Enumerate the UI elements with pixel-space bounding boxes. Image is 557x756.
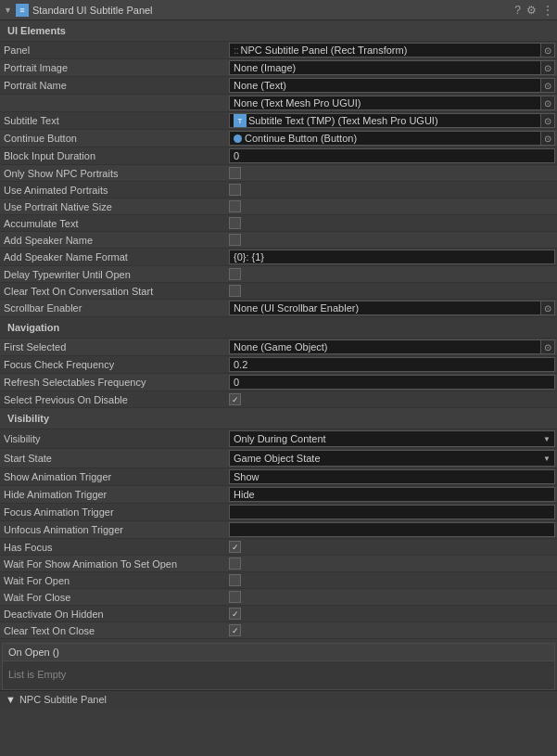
- help-icon[interactable]: ?: [514, 4, 521, 17]
- portrait-image-ref[interactable]: None (Image) ⊙: [229, 60, 555, 75]
- add-speaker-name-checkbox[interactable]: [229, 234, 241, 246]
- scrollbar-enabler-ref[interactable]: None (UI Scrollbar Enabler) ⊙: [229, 301, 555, 315]
- subtitle-text-select-btn[interactable]: ⊙: [540, 113, 555, 128]
- block-input-value[interactable]: 0: [229, 148, 555, 163]
- row-only-show-npc: Only Show NPC Portraits: [0, 165, 557, 182]
- value-delay-typewriter: [227, 267, 557, 281]
- row-portrait-name-tmp: None (Text Mesh Pro UGUI) ⊙: [0, 95, 557, 112]
- portrait-name-select-btn[interactable]: ⊙: [540, 78, 555, 93]
- label-focus-anim: Focus Animation Trigger: [0, 505, 227, 519]
- wait-open-checkbox[interactable]: [229, 574, 241, 586]
- scrollbar-enabler-select-btn[interactable]: ⊙: [540, 301, 555, 315]
- section-visibility-label: Visibility: [4, 411, 231, 426]
- label-only-show-npc: Only Show NPC Portraits: [0, 166, 227, 181]
- portrait-name-tmp-select-btn[interactable]: ⊙: [540, 96, 555, 110]
- collapse-arrow[interactable]: ▼: [4, 6, 12, 15]
- visibility-dropdown[interactable]: Only During Content ▼: [229, 430, 555, 447]
- overflow-icon[interactable]: ⋮: [542, 4, 553, 17]
- value-only-show-npc: [227, 166, 557, 180]
- portrait-native-checkbox[interactable]: [229, 200, 241, 212]
- value-hide-anim[interactable]: Hide: [227, 486, 557, 503]
- row-delay-typewriter: Delay Typewriter Until Open: [0, 266, 557, 283]
- panel-select-btn[interactable]: ⊙: [540, 43, 555, 58]
- hide-anim-value[interactable]: Hide: [229, 487, 555, 502]
- delay-typewriter-checkbox[interactable]: [229, 268, 241, 280]
- label-accumulate-text: Accumulate Text: [0, 216, 227, 231]
- portrait-name-value: None (Text): [229, 78, 540, 93]
- value-wait-open: [227, 573, 557, 587]
- label-unfocus-anim: Unfocus Animation Trigger: [0, 522, 227, 537]
- on-open-label: On Open (): [8, 647, 59, 658]
- row-add-speaker-name: Add Speaker Name: [0, 232, 557, 249]
- value-refresh-selectables[interactable]: 0: [227, 374, 557, 391]
- visibility-dropdown-value: Only During Content: [234, 433, 326, 444]
- speaker-format-value[interactable]: {0}: {1}: [229, 250, 555, 264]
- panel-header: ▼ ≡ Standard UI Subtitle Panel ? ⚙ ⋮: [0, 0, 557, 20]
- accumulate-text-checkbox[interactable]: [229, 217, 241, 229]
- refresh-selectables-value[interactable]: 0: [229, 375, 555, 390]
- value-clear-text-close: [227, 623, 557, 637]
- select-prev-checkbox[interactable]: [229, 393, 241, 405]
- row-focus-anim: Focus Animation Trigger: [0, 504, 557, 521]
- row-block-input: Block Input Duration 0: [0, 147, 557, 165]
- only-show-npc-checkbox[interactable]: [229, 167, 241, 179]
- start-state-dropdown-arrow: ▼: [543, 455, 551, 463]
- row-unfocus-anim: Unfocus Animation Trigger: [0, 521, 557, 539]
- panel-ref-text: NPC Subtitle Panel (Rect Transform): [241, 45, 408, 56]
- value-portrait-name-tmp: None (Text Mesh Pro UGUI) ⊙: [227, 95, 557, 111]
- label-wait-open: Wait For Open: [0, 573, 227, 588]
- has-focus-checkbox[interactable]: [229, 541, 241, 553]
- first-selected-select-btn[interactable]: ⊙: [540, 340, 555, 354]
- value-visibility[interactable]: Only During Content ▼: [227, 429, 557, 448]
- bottom-bar[interactable]: ▼ NPC Subtitle Panel: [0, 690, 557, 708]
- wait-close-checkbox[interactable]: [229, 591, 241, 603]
- portrait-name-ref[interactable]: None (Text) ⊙: [229, 78, 555, 93]
- value-speaker-format[interactable]: {0}: {1}: [227, 249, 557, 265]
- value-wait-close: [227, 590, 557, 604]
- subtitle-text-value: T Subtitle Text (TMP) (Text Mesh Pro UGU…: [229, 113, 540, 128]
- continue-button-ref[interactable]: Continue Button (Button) ⊙: [229, 131, 555, 146]
- label-wait-show-anim: Wait For Show Animation To Set Open: [0, 557, 227, 571]
- label-portrait-name: Portrait Name: [0, 78, 227, 93]
- use-animated-checkbox[interactable]: [229, 184, 241, 196]
- row-accumulate-text: Accumulate Text: [0, 215, 557, 232]
- on-open-section: On Open () List is Empty: [2, 643, 555, 690]
- label-speaker-format: Add Speaker Name Format: [0, 250, 227, 264]
- first-selected-ref[interactable]: None (Game Object) ⊙: [229, 340, 555, 354]
- wait-show-anim-checkbox[interactable]: [229, 557, 241, 570]
- circle-dot-icon: [234, 135, 242, 143]
- label-has-focus: Has Focus: [0, 540, 227, 555]
- value-show-anim[interactable]: Show: [227, 468, 557, 485]
- row-start-state: Start State Game Object State ▼: [0, 449, 557, 468]
- visibility-dropdown-arrow: ▼: [543, 435, 551, 443]
- settings-icon[interactable]: ⚙: [526, 4, 537, 17]
- label-use-animated: Use Animated Portraits: [0, 183, 227, 198]
- value-start-state[interactable]: Game Object State ▼: [227, 449, 557, 468]
- bottom-bar-label: NPC Subtitle Panel: [19, 694, 107, 705]
- start-state-dropdown[interactable]: Game Object State ▼: [229, 450, 555, 467]
- panel-ref[interactable]: :: NPC Subtitle Panel (Rect Transform) ⊙: [229, 43, 555, 58]
- portrait-name-tmp-ref[interactable]: None (Text Mesh Pro UGUI) ⊙: [229, 96, 555, 110]
- value-focus-anim[interactable]: [227, 504, 557, 520]
- value-panel: :: NPC Subtitle Panel (Rect Transform) ⊙: [227, 42, 557, 58]
- show-anim-value[interactable]: Show: [229, 469, 555, 484]
- continue-button-select-btn[interactable]: ⊙: [540, 131, 555, 146]
- deactivate-hidden-checkbox[interactable]: [229, 608, 241, 620]
- portrait-name-tmp-value: None (Text Mesh Pro UGUI): [229, 96, 540, 110]
- focus-check-freq-value[interactable]: 0.2: [229, 357, 555, 372]
- portrait-image-select-btn[interactable]: ⊙: [540, 60, 555, 75]
- clear-text-close-checkbox[interactable]: [229, 624, 241, 636]
- value-unfocus-anim[interactable]: [227, 521, 557, 538]
- subtitle-text-ref[interactable]: T Subtitle Text (TMP) (Text Mesh Pro UGU…: [229, 113, 555, 128]
- row-hide-anim: Hide Animation Trigger Hide: [0, 486, 557, 504]
- value-block-input[interactable]: 0: [227, 147, 557, 164]
- clear-text-conv-checkbox[interactable]: [229, 285, 241, 297]
- scrollbar-enabler-value: None (UI Scrollbar Enabler): [229, 301, 540, 315]
- value-focus-check-freq[interactable]: 0.2: [227, 356, 557, 373]
- value-use-animated: [227, 183, 557, 197]
- value-has-focus: [227, 540, 557, 554]
- row-subtitle-text: Subtitle Text T Subtitle Text (TMP) (Tex…: [0, 112, 557, 130]
- unfocus-anim-value[interactable]: [229, 522, 555, 537]
- label-focus-check-freq: Focus Check Frequency: [0, 357, 227, 372]
- focus-anim-value[interactable]: [229, 505, 555, 519]
